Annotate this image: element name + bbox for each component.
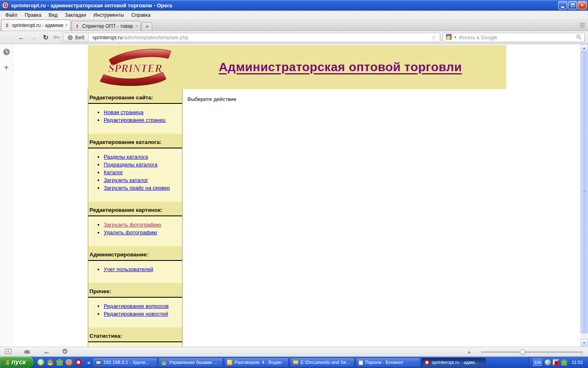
sidebar-section-box: Учет пользователей: [88, 260, 182, 283]
tab-close-icon[interactable]: ×: [135, 23, 138, 29]
list-item: Каталог: [104, 169, 182, 175]
sidebar-link[interactable]: Каталог: [104, 169, 123, 175]
taskbar-button[interactable]: Разговоров: 4 - Водян: [224, 358, 289, 367]
zoom-slider[interactable]: [481, 349, 583, 355]
sidebar-link[interactable]: Новая страница: [104, 109, 143, 115]
tab-bar: Ssprinteropt.ru - админис...×SСпринтер О…: [0, 20, 588, 31]
sidebar-link[interactable]: Редактирование новостей: [104, 311, 168, 317]
taskbar-button[interactable]: sprinteropt.ru - адми...: [421, 358, 486, 367]
new-tab-button[interactable]: +: [142, 22, 152, 31]
back-button[interactable]: ←: [16, 34, 26, 41]
add-panel-icon[interactable]: +: [4, 64, 9, 71]
taskbar-button[interactable]: Управление базами ...: [158, 358, 223, 367]
scroll-up-icon[interactable]: ▲: [581, 45, 588, 52]
tab-active[interactable]: Ssprinteropt.ru - админис...×: [1, 20, 71, 31]
bookmark-star-icon[interactable]: ☆: [428, 34, 440, 41]
sidebar-link[interactable]: Загрузить фотографию: [104, 222, 161, 228]
tray-swirl-icon[interactable]: [545, 359, 551, 366]
icq-flower-icon[interactable]: [561, 359, 567, 366]
taskbar-button-label: E:\Documents and Se...: [301, 360, 350, 365]
menu-bar: ФайлПравкаВидЗакладкиИнструментыСправка: [0, 11, 588, 20]
utorrent-icon[interactable]: [38, 359, 44, 366]
sidebar-link[interactable]: Редактирование страниц: [104, 117, 165, 123]
sidebar-section-box: Редактирование вопросовРедактирование но…: [88, 297, 182, 328]
list-item: Редактирование страниц: [104, 117, 182, 123]
address-bar: ← → ↻ Веб sprinteropt.ru/adm/templates/t…: [0, 31, 588, 44]
sidebar-section-heading: Редактирование сайта:: [88, 89, 182, 103]
start-button[interactable]: пуск: [0, 357, 33, 368]
list-item: Подразделы каталога: [104, 162, 182, 168]
menu-item[interactable]: Файл: [2, 11, 21, 19]
menu-item[interactable]: Вид: [45, 11, 61, 19]
taskbar-button[interactable]: Пароли - Блокнот: [356, 358, 420, 367]
taskbar-button[interactable]: E:\Documents and Se...: [290, 358, 354, 367]
language-indicator[interactable]: EN: [533, 359, 542, 366]
closed-tabs-trash-icon[interactable]: [579, 22, 586, 29]
minimize-icon: [561, 7, 564, 8]
forward-button[interactable]: →: [29, 34, 38, 41]
tab-inactive[interactable]: SСпринтер ОПТ - товар...×: [71, 21, 141, 31]
zoom-slider-handle[interactable]: [520, 349, 526, 355]
main-content: Выберите действие: [183, 89, 506, 347]
kaspersky-icon[interactable]: [553, 359, 559, 366]
address-field[interactable]: Веб sprinteropt.ru/adm/templates/templat…: [63, 33, 440, 42]
scrollbar-track[interactable]: [581, 52, 588, 339]
scroll-down-icon[interactable]: ▼: [581, 339, 588, 346]
search-magnifier-icon[interactable]: [576, 34, 581, 41]
taskbar-clock: 11:51: [572, 360, 583, 365]
tab-close-icon[interactable]: ×: [65, 22, 68, 28]
menu-item[interactable]: Справка: [128, 11, 154, 19]
sync-check-icon[interactable]: [62, 348, 68, 356]
vertical-scrollbar[interactable]: ▲ ▼: [580, 44, 588, 347]
google-icon: g: [446, 34, 452, 41]
opera-logo-icon: O: [2, 2, 9, 9]
sidebar-section-box: Загрузить фотографиюУдалить фотографию: [88, 215, 182, 246]
panel-toggle-icon[interactable]: [5, 348, 11, 356]
sidebar-link[interactable]: Редактирование вопросов: [104, 303, 169, 309]
sidebar-section-heading: Статистика:: [88, 328, 182, 341]
sprinter-favicon-icon: S: [74, 23, 80, 29]
list-item: Разделы каталога: [104, 154, 182, 160]
clock-panel-icon[interactable]: [3, 48, 10, 57]
quick-launch-overflow-icon[interactable]: »: [86, 359, 92, 366]
tab-label: sprinteropt.ru - админис...: [12, 22, 63, 28]
menu-item[interactable]: Закладки: [61, 11, 90, 19]
sidebar-section-heading: Редактирование картинок:: [88, 202, 182, 215]
page-content: SPRINTER Администраторская оптовой торго…: [13, 44, 580, 347]
menu-item[interactable]: Инструменты: [90, 11, 128, 19]
wand-password-icon[interactable]: [53, 34, 60, 41]
sidebar-link[interactable]: Подразделы каталога: [104, 162, 157, 168]
firefox-icon[interactable]: [66, 359, 72, 366]
web-button[interactable]: Веб: [63, 33, 89, 42]
opera-ring-icon[interactable]: [75, 359, 82, 366]
sidebar-link[interactable]: Учет пользователей: [104, 266, 153, 272]
scrollbar-thumb[interactable]: [581, 52, 588, 333]
menu-item[interactable]: Правка: [21, 11, 45, 19]
search-engine-dropdown-icon[interactable]: ▼: [454, 36, 457, 39]
sidebar-link[interactable]: Разделы каталога: [104, 154, 148, 160]
unite-cloud-icon[interactable]: [24, 348, 31, 356]
sidebar-section-box: Разделы каталогаПодразделы каталогаКатал…: [88, 148, 182, 202]
sidebar-link[interactable]: Загрузить каталог: [104, 177, 148, 183]
title-bar[interactable]: O sprinteropt.ru - администраторская опт…: [0, 0, 588, 11]
taskbar-button[interactable]: 192.168.0.1 - Удале...: [93, 358, 157, 367]
turbo-icon[interactable]: [43, 348, 50, 356]
chrome-icon[interactable]: [47, 359, 53, 366]
sprinter-logo[interactable]: SPRINTER: [97, 46, 174, 88]
sidebar-section-box: Страниц на сайте: 5Разделов в каталоге: …: [88, 341, 182, 347]
restore-button[interactable]: [568, 1, 577, 9]
content-message: Выберите действие: [187, 96, 236, 102]
sidebar-link[interactable]: Загрузить прайс на сервер: [104, 185, 170, 191]
google-search-field[interactable]: g ▼ Искать в Google: [443, 33, 585, 42]
close-button[interactable]: ×: [578, 1, 587, 9]
remote-desktop-icon: [96, 360, 101, 365]
list-item: Редактирование новостей: [104, 311, 182, 317]
reload-button[interactable]: ↻: [41, 34, 51, 41]
minimize-button[interactable]: [558, 1, 567, 9]
sidebar-link[interactable]: Удалить фотографию: [104, 229, 157, 236]
page-title[interactable]: Администраторская оптовой торговли: [174, 60, 506, 74]
window-title: sprinteropt.ru - администраторская оптов…: [11, 2, 558, 9]
fit-width-button[interactable]: ▲: [467, 350, 471, 354]
url-text[interactable]: sprinteropt.ru/adm/templates/template.ph…: [89, 35, 428, 40]
icq-flower-icon[interactable]: [56, 359, 63, 366]
